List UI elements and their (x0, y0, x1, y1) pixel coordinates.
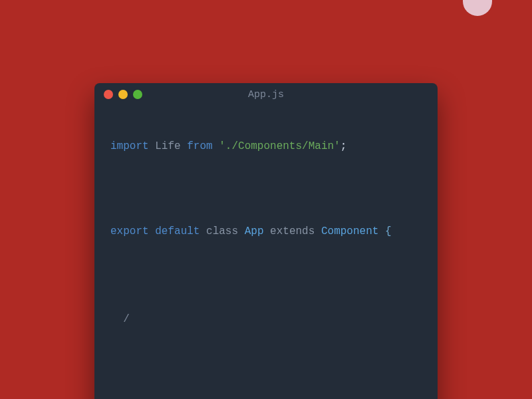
minimize-icon[interactable] (118, 90, 128, 99)
window-titlebar: App.js (94, 83, 438, 106)
traffic-lights (104, 90, 142, 99)
class-name-app: App (245, 225, 264, 237)
zoom-icon[interactable] (133, 90, 142, 99)
keyword-export: export (110, 225, 149, 237)
avatar (463, 0, 492, 16)
keyword-extends: extends (270, 225, 315, 237)
keyword-import: import (110, 140, 149, 152)
brace-open: { (385, 225, 392, 237)
code-editor-window: App.js import Life from './Components/Ma… (94, 83, 438, 399)
comment-slash: / (123, 313, 130, 325)
identifier-life: Life (155, 140, 180, 152)
keyword-from: from (187, 140, 212, 152)
keyword-class: class (206, 225, 238, 237)
class-name-component: Component (321, 225, 378, 237)
window-title: App.js (248, 89, 284, 100)
close-icon[interactable] (104, 90, 113, 99)
import-path: './Components/Main' (219, 140, 340, 152)
code-area[interactable]: import Life from './Components/Main'; ex… (94, 106, 438, 399)
semicolon: ; (340, 140, 347, 152)
keyword-default: default (155, 225, 200, 237)
